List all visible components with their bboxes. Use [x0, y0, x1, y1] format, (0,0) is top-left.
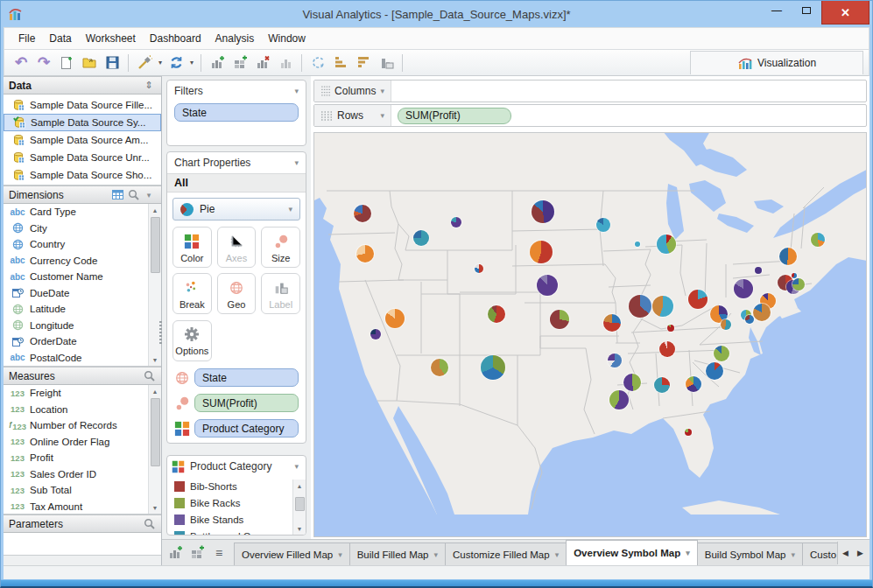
scroll-down-icon[interactable]: ▼	[149, 501, 161, 514]
worksheet-tab-build-filled-map[interactable]: Build Filled Map▾	[349, 542, 446, 565]
measure-field[interactable]: 123Sub Total	[4, 482, 161, 499]
measure-field[interactable]: 123Location	[4, 402, 161, 418]
maximize-button[interactable]	[792, 1, 821, 20]
map-pie-PA[interactable]	[755, 267, 762, 274]
size-button[interactable]: Size	[261, 227, 300, 268]
measure-field[interactable]: 123Profit	[4, 450, 161, 466]
dimension-field[interactable]: Country	[4, 236, 161, 253]
new-dashboard-button[interactable]	[187, 543, 207, 563]
color-button[interactable]: Color	[172, 227, 212, 268]
map-pie-NV[interactable]	[385, 309, 405, 328]
lasso-select-button[interactable]	[307, 52, 328, 74]
measure-field[interactable]: ƒ123Number of Records	[4, 417, 161, 434]
measure-field[interactable]: 123Freight	[4, 385, 161, 402]
close-button[interactable]: ✕	[821, 1, 869, 24]
refresh-button[interactable]	[165, 52, 187, 74]
scroll-up-icon[interactable]: ▲	[149, 204, 161, 216]
map-pie-MS[interactable]	[623, 374, 641, 391]
map-pie-KS[interactable]	[550, 310, 569, 329]
legend-item[interactable]: Bib-Shorts	[174, 478, 292, 494]
map-pie-MO[interactable]	[603, 314, 621, 332]
map-pie-MI[interactable]	[657, 234, 676, 254]
new-worksheet-button[interactable]	[165, 543, 185, 563]
label-marks-button[interactable]	[376, 52, 397, 74]
data-source-item[interactable]: Sample Data Source Sy...	[4, 114, 161, 131]
menu-item-window[interactable]: Window	[261, 29, 313, 49]
map-pie-OH[interactable]	[688, 290, 708, 309]
dimension-field[interactable]: abcCard Type	[4, 204, 161, 220]
dimension-field[interactable]: DueDate	[4, 285, 161, 302]
dimension-field[interactable]: Latitude	[4, 301, 161, 318]
map-pie-VA[interactable]	[721, 319, 731, 330]
chart-properties-header[interactable]: Chart Properties ▾	[167, 152, 306, 173]
legend-menu-caret[interactable]: ▾	[294, 462, 299, 471]
worksheet-tab-customize-filled-map[interactable]: Customize Filled Map▾	[445, 542, 567, 565]
sheet-list-menu-button[interactable]: ≡	[209, 543, 229, 563]
rows-caret[interactable]: ▾	[380, 111, 384, 120]
tab-menu-caret[interactable]: ▾	[791, 550, 795, 559]
map-pie-NH[interactable]	[779, 248, 797, 265]
worksheet-tab-overview-symbol-map[interactable]: Overview Symbol Map▾	[566, 540, 698, 565]
map-pie-WA[interactable]	[354, 205, 371, 222]
sort-descending-button[interactable]	[353, 52, 374, 74]
refresh-dropdown-caret[interactable]: ▾	[187, 59, 196, 66]
map-pie-GA[interactable]	[686, 376, 701, 392]
assignment-pill[interactable]: SUM(Profit)	[194, 394, 299, 412]
menu-item-dashboard[interactable]: Dashboard	[143, 29, 208, 49]
map-pie-TN[interactable]	[659, 341, 675, 357]
geo-button[interactable]: Geo	[217, 273, 257, 314]
menu-item-data[interactable]: Data	[42, 29, 78, 49]
scroll-thumb[interactable]	[151, 217, 160, 273]
map-pie-NE[interactable]	[537, 275, 558, 296]
search-icon[interactable]	[142, 518, 156, 529]
assignment-pill[interactable]: State	[194, 368, 299, 387]
tab-scroll-left-icon[interactable]: ◀	[838, 549, 853, 557]
legend-item[interactable]: Bike Stands	[174, 511, 292, 528]
dimension-field[interactable]: abcCurrency Code	[4, 253, 161, 270]
assignment-row-product-category[interactable]: Product Category	[172, 419, 300, 438]
legend-item[interactable]: Bottles and Cages	[174, 528, 292, 535]
parameters-header[interactable]: Parameters	[4, 514, 161, 533]
search-icon[interactable]	[142, 370, 156, 382]
map-pie-RI[interactable]	[792, 278, 805, 290]
rows-shelf-label[interactable]: Rows ▾	[314, 105, 391, 126]
measure-field[interactable]: 123Online Order Flag	[4, 434, 161, 451]
filter-pill-state[interactable]: State	[174, 103, 299, 122]
undo-button[interactable]: ↶	[11, 52, 32, 74]
map-pie-KY[interactable]	[667, 325, 674, 332]
measure-field[interactable]: 123Sales Order ID	[4, 466, 161, 483]
columns-shelf-label[interactable]: Columns ▾	[314, 80, 391, 102]
columns-caret[interactable]: ▾	[380, 87, 384, 95]
view-data-table-icon[interactable]	[110, 190, 124, 200]
menu-item-analysis[interactable]: Analysis	[208, 29, 262, 49]
map-pie-NM[interactable]	[481, 355, 505, 380]
map-pie-AR[interactable]	[608, 354, 622, 368]
assignment-row-sum-profit-[interactable]: SUM(Profit)	[172, 394, 300, 412]
menu-item-worksheet[interactable]: Worksheet	[79, 29, 143, 49]
map-pie-CO[interactable]	[488, 305, 505, 323]
dimension-field[interactable]: OrderDate	[4, 333, 161, 350]
wand-dropdown-caret[interactable]: ▾	[156, 59, 165, 66]
map-pie-SC[interactable]	[706, 362, 723, 380]
filters-header[interactable]: Filters ▾	[167, 80, 306, 102]
redo-button[interactable]: ↷	[33, 52, 54, 74]
dimension-field[interactable]: City	[4, 220, 161, 237]
dimension-field[interactable]: abcPostalCode	[4, 350, 161, 367]
map-visualization[interactable]	[313, 132, 867, 537]
map-pie-SD[interactable]	[530, 241, 553, 263]
data-source-item[interactable]: Sample Data Source Am...	[4, 131, 161, 149]
open-button[interactable]	[79, 52, 100, 74]
options-button[interactable]: Options	[172, 320, 212, 361]
map-pie-OR[interactable]	[356, 245, 374, 262]
data-source-item[interactable]: Sample Data Source Unr...	[4, 149, 161, 166]
map-pie-ME[interactable]	[811, 233, 825, 247]
chart-type-select[interactable]: Pie ▾	[172, 198, 300, 220]
measures-scrollbar[interactable]: ▲ ▼	[148, 385, 161, 514]
delete-chart-button[interactable]	[252, 52, 273, 74]
map-pie-ID[interactable]	[413, 230, 429, 246]
format-wand-button[interactable]	[134, 52, 155, 74]
tab-menu-caret[interactable]: ▾	[434, 550, 439, 559]
scroll-down-icon[interactable]: ▼	[149, 354, 161, 366]
map-pie-CT2[interactable]	[792, 273, 797, 278]
map-pie-MT[interactable]	[451, 217, 461, 228]
